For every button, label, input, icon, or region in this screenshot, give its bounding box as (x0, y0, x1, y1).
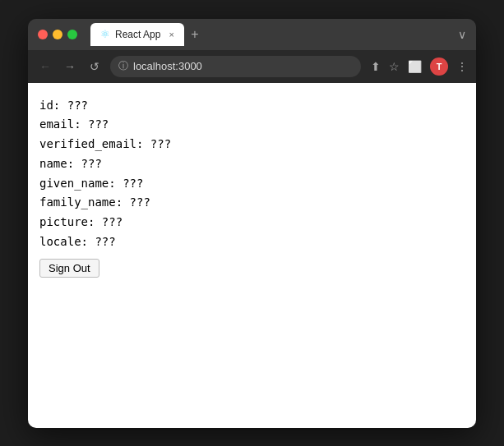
react-icon: ⚛ (100, 28, 110, 40)
page-content: id: ???email: ???verified_email: ???name… (28, 83, 476, 428)
reload-button[interactable]: ↺ (86, 57, 104, 76)
address-port: :3000 (175, 60, 202, 72)
minimize-button[interactable] (53, 30, 62, 39)
close-button[interactable] (38, 30, 48, 39)
info-icon: ⓘ (118, 59, 128, 73)
maximize-button[interactable] (67, 30, 77, 39)
toolbar-icons: ⬆ ☆ ⬜ T ⋮ (371, 57, 468, 76)
forward-button[interactable]: → (61, 57, 79, 76)
tab-close-icon[interactable]: × (169, 30, 173, 39)
tab-bar: ⚛ React App × + ∨ (90, 23, 466, 46)
field-row: id: ??? (39, 96, 465, 116)
menu-icon[interactable]: ⋮ (456, 60, 468, 73)
avatar[interactable]: T (430, 57, 448, 76)
browser-window: ⚛ React App × + ∨ ← → ↺ ⓘ localhost:3000… (28, 19, 476, 428)
new-tab-button[interactable]: + (184, 24, 206, 45)
share-icon[interactable]: ⬆ (371, 60, 381, 73)
field-row: given_name: ??? (39, 174, 465, 194)
field-row: picture: ??? (39, 213, 465, 232)
bookmark-icon[interactable]: ☆ (389, 60, 400, 73)
title-bar: ⚛ React App × + ∨ (28, 19, 476, 50)
traffic-lights (38, 30, 77, 39)
address-prefix: localhost (133, 60, 175, 72)
expand-tabs-icon[interactable]: ∨ (458, 28, 466, 41)
field-row: locale: ??? (39, 232, 465, 252)
address-input[interactable]: ⓘ localhost:3000 (110, 56, 361, 77)
back-button[interactable]: ← (36, 57, 54, 76)
fields-container: id: ???email: ???verified_email: ???name… (39, 96, 465, 252)
field-row: family_name: ??? (39, 193, 465, 213)
extension-icon[interactable]: ⬜ (408, 60, 422, 73)
tab-label: React App (115, 29, 160, 40)
field-row: email: ??? (39, 115, 465, 135)
address-text: localhost:3000 (133, 60, 202, 72)
sign-out-button[interactable]: Sign Out (39, 259, 99, 278)
field-row: name: ??? (39, 154, 465, 174)
active-tab[interactable]: ⚛ React App × (90, 23, 184, 46)
field-row: verified_email: ??? (39, 135, 465, 154)
address-bar: ← → ↺ ⓘ localhost:3000 ⬆ ☆ ⬜ T ⋮ (28, 50, 476, 83)
